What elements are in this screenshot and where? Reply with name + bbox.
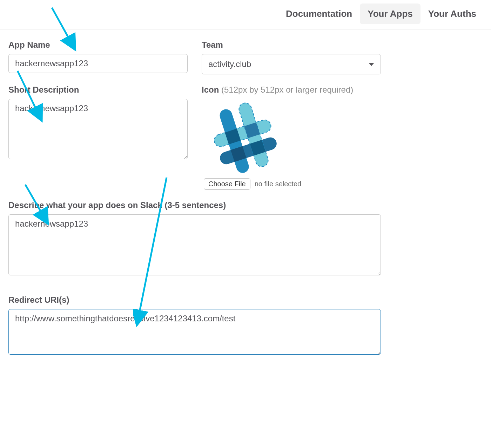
choose-file-button[interactable]: Choose File [204,178,250,190]
label-icon: Icon (512px by 512px or larger required) [202,85,381,95]
team-select-value: activity.club [208,59,251,69]
nav-your-auths[interactable]: Your Auths [421,4,484,24]
file-status-text: no file selected [255,180,301,188]
chevron-down-icon [369,63,374,66]
label-short-desc: Short Description [8,85,188,95]
label-team: Team [202,40,381,50]
app-name-input[interactable] [8,54,188,73]
redirect-uri-input[interactable] [8,309,381,355]
label-app-name: App Name [8,40,188,50]
long-description-input[interactable] [8,214,381,275]
label-redirect: Redirect URI(s) [8,295,381,305]
slack-logo-icon [207,101,281,175]
nav-your-apps[interactable]: Your Apps [360,4,421,24]
nav-documentation[interactable]: Documentation [278,4,360,24]
short-description-input[interactable] [8,99,188,159]
top-nav: Documentation Your Apps Your Auths [0,0,491,29]
label-long-desc: Describe what your app does on Slack (3-… [8,200,381,210]
team-select[interactable]: activity.club [202,54,381,74]
